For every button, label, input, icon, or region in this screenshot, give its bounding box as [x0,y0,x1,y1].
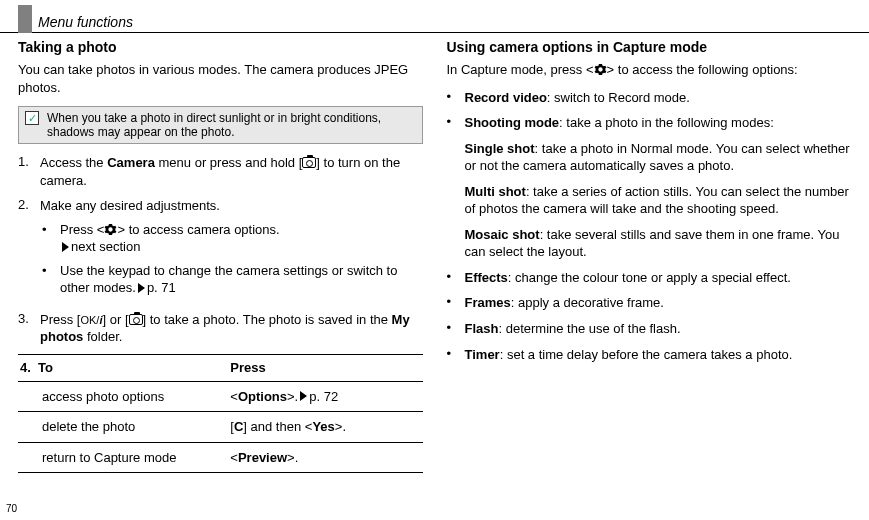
note-box: ✓ When you take a photo in direct sunlig… [18,106,423,144]
table-header-row: 4. To Press [18,355,423,382]
options-list-2: Effects: change the colour tone or apply… [447,269,852,363]
camera-icon [129,314,143,325]
text: < [230,450,238,465]
triangle-icon [62,242,69,252]
options-list: Record video: switch to Record mode. Sho… [447,89,852,132]
cell-to: delete the photo [18,412,228,443]
text: > to access the following options: [607,62,798,77]
mode-key: Single shot [465,141,535,156]
text: >. [287,450,298,465]
text: next section [71,239,140,254]
option-text: : switch to Record mode. [547,90,690,105]
note-text: When you take a photo in direct sunlight… [47,111,416,139]
option-key: Effects [465,270,508,285]
text: In Capture mode, press < [447,62,594,77]
header-title: Menu functions [38,14,133,32]
cell-to: return to Capture mode [18,442,228,473]
ok-i-icon: OK/i [80,314,102,326]
option-text: : take a photo in the following modes: [559,115,774,130]
header-to: To [38,360,53,375]
list-item: Effects: change the colour tone or apply… [447,269,852,287]
left-column: Taking a photo You can take photos in va… [18,39,423,473]
mode-key: Mosaic shot [465,227,540,242]
step-2-sub-2: Use the keypad to change the camera sett… [40,262,423,297]
step-1: Access the Camera menu or press and hold… [18,154,423,189]
text: Press < [60,222,104,237]
option-text: : set a time delay before the camera tak… [500,347,793,362]
text: ] to take a photo. The photo is saved in… [143,312,392,327]
option-key: Shooting mode [465,115,560,130]
text: folder. [83,329,122,344]
text: Access the [40,155,107,170]
cell-press: [C] and then <Yes>. [228,412,422,443]
header-press: Press [228,355,422,382]
mode-key: Multi shot [465,184,526,199]
text: ] and then < [243,419,312,434]
option-text: : apply a decorative frame. [511,295,664,310]
list-item: Shooting mode: take a photo in the follo… [447,114,852,132]
cell-press: <Options>.p. 72 [228,381,422,412]
text: p. 71 [147,280,176,295]
option-key: Frames [465,295,511,310]
text-bold: Preview [238,450,287,465]
text-bold: Options [238,389,287,404]
list-item: Flash: determine the use of the flash. [447,320,852,338]
step-4-number: 4. [20,360,31,375]
text: >. [287,389,298,404]
text: Use the keypad to change the camera sett… [60,263,397,296]
header-tab-decoration [18,5,32,33]
step-2: Make any desired adjustments. Press <> t… [18,197,423,303]
option-text: : determine the use of the flash. [498,321,680,336]
page-number: 70 [6,503,17,514]
mode-mosaic-shot: Mosaic shot: take several stills and sav… [465,226,852,261]
cell-to: access photo options [18,381,228,412]
checkmark-icon: ✓ [25,111,39,125]
right-column: Using camera options in Capture mode In … [447,39,852,473]
text: p. 72 [309,389,338,404]
cell-press: <Preview>. [228,442,422,473]
text: ] or [ [102,312,128,327]
option-key: Timer [465,347,500,362]
table-row: return to Capture mode <Preview>. [18,442,423,473]
page-header: Menu functions [0,0,869,33]
mode-single-shot: Single shot: take a photo in Normal mode… [465,140,852,175]
intro-right: In Capture mode, press <> to access the … [447,61,852,79]
step-3: Press [OK/i] or [] to take a photo. The … [18,311,423,346]
table-row: access photo options <Options>.p. 72 [18,381,423,412]
list-item: Record video: switch to Record mode. [447,89,852,107]
triangle-icon [300,391,307,401]
gear-icon [594,63,607,76]
text-bold: C [234,419,243,434]
text: menu or press and hold [ [155,155,302,170]
text-bold: Camera [107,155,155,170]
triangle-icon [138,283,145,293]
list-item: Frames: apply a decorative frame. [447,294,852,312]
steps-list: Access the Camera menu or press and hold… [18,154,423,346]
text-bold: Yes [312,419,334,434]
mode-multi-shot: Multi shot: take a series of action stil… [465,183,852,218]
step-2-sub-1: Press <> to access camera options. next … [40,221,423,256]
list-item: Timer: set a time delay before the camer… [447,346,852,364]
table-row: delete the photo [C] and then <Yes>. [18,412,423,443]
text: Press [ [40,312,80,327]
text: Make any desired adjustments. [40,198,220,213]
text: > to access camera options. [117,222,279,237]
section-title-camera-options: Using camera options in Capture mode [447,39,852,55]
section-title-taking-photo: Taking a photo [18,39,423,55]
option-text: : change the colour tone or apply a spec… [508,270,791,285]
actions-table: 4. To Press access photo options <Option… [18,354,423,473]
text: < [230,389,238,404]
intro-text: You can take photos in various modes. Th… [18,61,423,96]
gear-icon [104,223,117,236]
option-key: Flash [465,321,499,336]
text: >. [335,419,346,434]
option-key: Record video [465,90,547,105]
camera-icon [302,157,316,168]
